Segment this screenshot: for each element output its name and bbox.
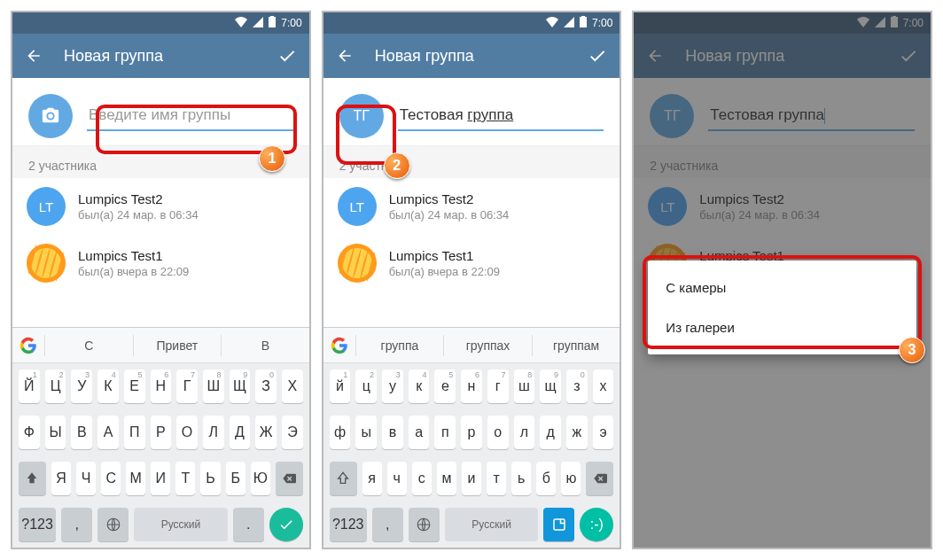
comma-key[interactable]: , xyxy=(372,508,403,541)
key[interactable]: ч xyxy=(387,462,407,495)
key[interactable]: й1 xyxy=(330,369,351,403)
key[interactable]: т xyxy=(487,462,506,495)
key[interactable]: е5 xyxy=(434,369,456,403)
shift-key[interactable] xyxy=(330,462,357,495)
key[interactable]: ю xyxy=(561,462,581,495)
key[interactable]: У3 xyxy=(71,369,92,403)
key[interactable]: б xyxy=(536,462,556,495)
key[interactable]: Ч xyxy=(76,462,96,495)
key[interactable]: Р xyxy=(151,416,172,449)
key[interactable]: Х xyxy=(282,369,303,403)
key[interactable]: Ы xyxy=(45,416,66,449)
key[interactable]: С xyxy=(101,462,121,495)
key[interactable]: я xyxy=(362,462,382,495)
key[interactable]: ф xyxy=(330,416,351,449)
spacebar[interactable]: Русский xyxy=(445,508,538,541)
sticker-key[interactable] xyxy=(543,508,574,541)
suggestion[interactable]: Привет xyxy=(133,335,222,356)
key[interactable]: К4 xyxy=(97,369,119,403)
spacebar[interactable]: Русский xyxy=(134,508,227,541)
key[interactable]: Ш8 xyxy=(203,369,224,403)
key[interactable]: М xyxy=(126,462,145,495)
key[interactable]: щ9 xyxy=(540,369,561,403)
key[interactable]: у3 xyxy=(382,369,403,403)
key[interactable]: Н6 xyxy=(151,369,172,403)
suggestion[interactable]: группах xyxy=(443,335,532,356)
key[interactable]: И xyxy=(151,462,170,495)
comma-key[interactable]: , xyxy=(61,508,92,541)
suggestion[interactable]: С xyxy=(44,335,133,356)
key[interactable]: в xyxy=(382,416,403,449)
member-row[interactable]: LT Lumpics Test2 был(а) 24 мар. в 06:34 xyxy=(12,178,309,235)
shift-key[interactable] xyxy=(19,462,46,495)
key[interactable]: д xyxy=(540,416,561,449)
symbols-key[interactable]: ?123 xyxy=(330,508,367,541)
group-photo-button[interactable] xyxy=(28,94,73,138)
key[interactable]: п xyxy=(434,416,456,449)
key[interactable]: н6 xyxy=(461,369,482,403)
confirm-icon[interactable] xyxy=(277,46,297,66)
key[interactable]: о xyxy=(487,416,509,449)
key[interactable]: м xyxy=(437,462,456,495)
backspace-key[interactable] xyxy=(586,462,613,495)
key[interactable]: э xyxy=(593,416,614,449)
key[interactable]: А xyxy=(97,416,119,449)
menu-item-gallery[interactable]: Из галереи xyxy=(648,307,916,347)
key[interactable]: Я xyxy=(51,462,71,495)
menu-item-camera[interactable]: С камеры xyxy=(648,268,916,307)
member-row[interactable]: LT Lumpics Test2 был(а) 24 мар. в 06:34 xyxy=(323,178,620,235)
language-key[interactable] xyxy=(97,508,129,541)
symbols-key[interactable]: ?123 xyxy=(19,508,56,541)
key[interactable]: Ю xyxy=(251,462,270,495)
key[interactable]: Э xyxy=(282,416,303,449)
key[interactable]: с xyxy=(412,462,432,495)
key[interactable]: л xyxy=(514,416,535,449)
key[interactable]: к4 xyxy=(409,369,430,403)
key[interactable]: а xyxy=(409,416,430,449)
member-row[interactable]: Lumpics Test1 был(а) вчера в 22:09 xyxy=(12,235,309,292)
key[interactable]: ж xyxy=(566,416,588,449)
emoji-key[interactable]: :-) xyxy=(580,508,613,541)
confirm-icon[interactable] xyxy=(588,46,607,66)
backspace-key[interactable] xyxy=(276,462,303,495)
key[interactable]: О xyxy=(176,416,198,449)
key[interactable]: Е5 xyxy=(124,369,145,403)
key[interactable]: Ж xyxy=(255,416,277,449)
key[interactable]: Г7 xyxy=(176,369,198,403)
key[interactable]: Ь xyxy=(200,462,220,495)
key[interactable]: ы xyxy=(355,416,377,449)
group-name-input[interactable] xyxy=(87,101,293,131)
key[interactable]: Ф xyxy=(19,416,40,449)
key[interactable]: Щ9 xyxy=(230,369,251,403)
suggestion[interactable]: группам xyxy=(532,335,620,356)
key[interactable]: Б xyxy=(226,462,245,495)
key[interactable]: ц2 xyxy=(355,369,377,403)
key[interactable]: ш8 xyxy=(514,369,535,403)
google-icon[interactable] xyxy=(12,337,44,354)
key[interactable]: Ц2 xyxy=(45,369,66,403)
back-icon[interactable] xyxy=(336,47,354,65)
key[interactable]: ь xyxy=(511,462,531,495)
group-name-input[interactable]: Тестовая группа xyxy=(398,101,604,131)
language-key[interactable] xyxy=(409,508,440,541)
key[interactable]: Д xyxy=(230,416,251,449)
key[interactable]: Л xyxy=(203,416,224,449)
key[interactable]: х xyxy=(593,369,614,403)
key[interactable]: П xyxy=(124,416,145,449)
suggestion[interactable]: В xyxy=(221,335,309,356)
member-row[interactable]: Lumpics Test1 был(а) вчера в 22:09 xyxy=(323,235,620,292)
key[interactable]: р xyxy=(461,416,482,449)
key[interactable]: В xyxy=(71,416,92,449)
back-icon[interactable] xyxy=(25,47,43,65)
key[interactable]: г7 xyxy=(487,369,509,403)
period-key[interactable]: . xyxy=(233,508,264,541)
enter-key[interactable] xyxy=(269,508,303,541)
key[interactable]: З0 xyxy=(255,369,277,403)
key[interactable]: Т xyxy=(175,462,195,495)
key[interactable]: и xyxy=(462,462,481,495)
google-icon[interactable] xyxy=(323,337,355,354)
key[interactable]: з0 xyxy=(566,369,588,403)
key[interactable]: Й1 xyxy=(19,369,40,403)
group-photo-button[interactable]: ТГ xyxy=(339,94,384,138)
suggestion[interactable]: группа xyxy=(355,335,444,356)
